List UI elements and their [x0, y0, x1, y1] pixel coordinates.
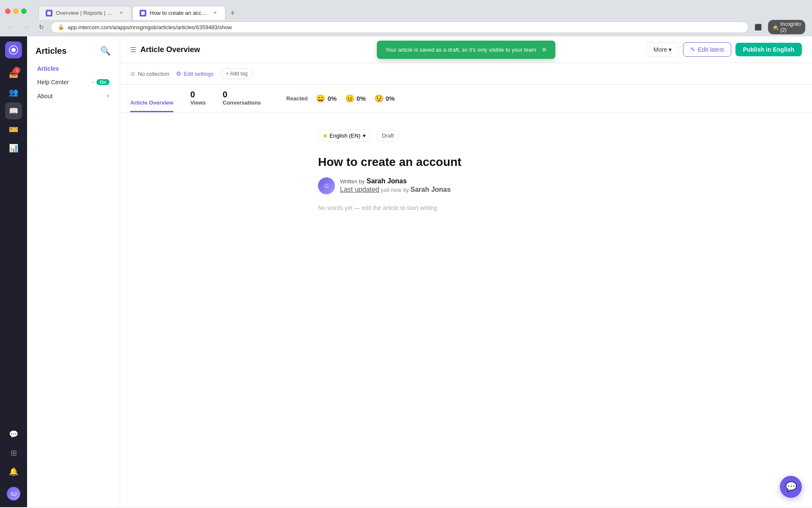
- rail-profile-button[interactable]: SJ: [5, 485, 22, 502]
- svg-rect-1: [141, 11, 145, 15]
- sidebar-about-right: ⌖: [106, 92, 110, 99]
- lang-dot-icon: [324, 134, 327, 138]
- happy-emoji: 😀: [316, 94, 325, 103]
- lock-icon: 🔒: [58, 24, 64, 30]
- rail-knowledge-button[interactable]: 📖: [5, 102, 22, 119]
- tab2-favicon: [140, 10, 146, 17]
- svg-rect-0: [47, 11, 51, 15]
- rail-reports-button[interactable]: 📊: [5, 140, 22, 157]
- tab2-close-button[interactable]: ✕: [211, 10, 218, 17]
- page-title: Article Overview: [140, 45, 200, 54]
- rail-apps-button[interactable]: ⊞: [5, 444, 22, 461]
- sidebar-title-text: Articles: [36, 46, 66, 56]
- toast-close-button[interactable]: ✕: [541, 46, 547, 54]
- article-inner: English (EN) ▾ Draft How to create an ac…: [318, 130, 614, 211]
- sidebar-title: Articles 🔍: [36, 45, 111, 57]
- last-updated-by: Sarah Jonas: [410, 186, 450, 193]
- sidebar-articles-label: Articles: [37, 65, 59, 72]
- contacts-icon: 👥: [9, 88, 18, 97]
- tab2-title: How to create an account | Ar...: [150, 10, 208, 16]
- toast-message: Your article is saved as a draft, so it'…: [385, 47, 536, 53]
- sidebar-item-about[interactable]: About ⌖: [32, 89, 115, 103]
- tab-conversations-label: Conversations: [223, 99, 261, 106]
- author-name: Sarah Jonas: [367, 177, 407, 185]
- reload-button[interactable]: ↻: [36, 21, 47, 33]
- edit-latest-button[interactable]: ✎ Edit latest: [683, 42, 731, 57]
- rail-notifications-button[interactable]: 🔔: [5, 463, 22, 480]
- extensions-button[interactable]: ⬛: [752, 21, 764, 33]
- browser-titlebar: Overview | Reports | Moodjoy ✕ How to cr…: [0, 0, 812, 19]
- draft-status-label: Draft: [382, 133, 394, 139]
- main-toolbar: ☰ Article Overview Your article is saved…: [120, 36, 812, 63]
- content-tabs-row: Article Overview 0 Views 0 Conversations…: [120, 85, 812, 112]
- back-icon: ←: [8, 24, 14, 30]
- minimize-window-button[interactable]: [13, 8, 19, 14]
- author-avatar: ☺: [318, 177, 335, 194]
- traffic-lights: [5, 8, 27, 14]
- sidebar-search-button[interactable]: 🔍: [99, 45, 111, 57]
- language-label: English (EN): [329, 133, 360, 139]
- tab-reacted-label: Reacted: [286, 95, 308, 102]
- url-bar[interactable]: 🔒 app.intercom.com/a/apps/nnsgmgob/artic…: [51, 22, 749, 33]
- publish-button[interactable]: Publish in English: [735, 43, 802, 56]
- search-icon: 🔍: [100, 46, 111, 56]
- reaction-sad: 😟 0%: [374, 94, 395, 103]
- reports-icon: 📊: [9, 144, 18, 153]
- chat-bubble-button[interactable]: 💬: [780, 476, 802, 498]
- forward-button[interactable]: →: [20, 21, 32, 33]
- browser-chrome: Overview | Reports | Moodjoy ✕ How to cr…: [0, 0, 812, 36]
- back-button[interactable]: ←: [5, 21, 17, 33]
- update-by-text: by: [403, 187, 410, 193]
- reaction-happy: 😀 0%: [316, 94, 337, 103]
- app-logo[interactable]: [5, 41, 22, 58]
- url-text: app.intercom.com/a/apps/nnsgmgob/article…: [68, 24, 232, 30]
- browser-tab-2[interactable]: How to create an account | Ar... ✕: [132, 6, 225, 20]
- inbox-badge: 1: [14, 67, 20, 74]
- profile-button[interactable]: 🕵 Incognito (2): [781, 21, 793, 33]
- language-chevron-icon: ▾: [363, 133, 366, 139]
- settings-gear-icon: ⚙: [176, 70, 181, 77]
- new-tab-button[interactable]: +: [226, 7, 239, 20]
- rail-inbox-button[interactable]: 📥 1: [5, 65, 22, 82]
- toolbar-right: More ▾ ✎ Edit latest Publish in English: [646, 42, 802, 57]
- sidebar-help-right: › On: [92, 79, 110, 85]
- rail-messages-button[interactable]: 💬: [5, 426, 22, 443]
- language-selector[interactable]: English (EN) ▾: [318, 130, 371, 142]
- edit-pencil-icon: ✎: [690, 46, 695, 53]
- sidebar-help-center-label: Help Center: [37, 79, 69, 86]
- author-details: Written by Sarah Jonas Last updated just…: [340, 177, 451, 193]
- sidebar: Articles 🔍 Articles Help Center › On Abo…: [27, 36, 120, 507]
- add-tag-button[interactable]: + Add tag: [220, 68, 253, 79]
- edit-latest-label: Edit latest: [698, 46, 724, 53]
- sidebar-item-help-center[interactable]: Help Center › On: [32, 75, 115, 89]
- toast-notification: Your article is saved as a draft, so it'…: [377, 41, 555, 59]
- user-avatar: SJ: [7, 487, 20, 500]
- sad-percent: 0%: [386, 95, 395, 102]
- rail-tickets-button[interactable]: 🎫: [5, 121, 22, 138]
- last-updated-link[interactable]: Last updated: [340, 186, 379, 193]
- app-wrapper: 📥 1 👥 📖 🎫 📊 💬 ⊞ 🔔 SJ: [0, 36, 812, 507]
- tab-views[interactable]: 0 Views: [190, 85, 206, 112]
- hamburger-button[interactable]: ☰: [130, 46, 136, 54]
- close-window-button[interactable]: [5, 8, 11, 14]
- notifications-icon: 🔔: [9, 467, 18, 476]
- tab-article-overview[interactable]: Article Overview: [130, 85, 173, 112]
- tab-conversations[interactable]: 0 Conversations: [223, 85, 261, 112]
- author-update-line: Last updated just now by Sarah Jonas: [340, 186, 451, 193]
- more-options-button[interactable]: ⋮: [795, 21, 807, 33]
- no-collection-indicator: ⊘ No collection: [130, 70, 169, 77]
- reload-icon: ↻: [39, 24, 44, 30]
- sidebar-nav: Articles Help Center › On About ⌖: [27, 62, 120, 103]
- browser-tab-1[interactable]: Overview | Reports | Moodjoy ✕: [38, 6, 132, 20]
- more-button[interactable]: More ▾: [646, 42, 679, 57]
- rail-contacts-button[interactable]: 👥: [5, 84, 22, 101]
- address-bar: ← → ↻ 🔒 app.intercom.com/a/apps/nnsgmgob…: [0, 19, 812, 36]
- tab1-close-button[interactable]: ✕: [118, 10, 124, 17]
- maximize-window-button[interactable]: [21, 8, 27, 14]
- edit-settings-link[interactable]: ⚙ Edit settings: [176, 70, 214, 77]
- neutral-emoji: 😐: [345, 94, 354, 103]
- help-center-arrow-icon: ›: [92, 79, 94, 85]
- tab-views-value: 0: [190, 90, 195, 99]
- svg-point-3: [11, 48, 16, 52]
- sidebar-item-articles[interactable]: Articles: [32, 62, 115, 75]
